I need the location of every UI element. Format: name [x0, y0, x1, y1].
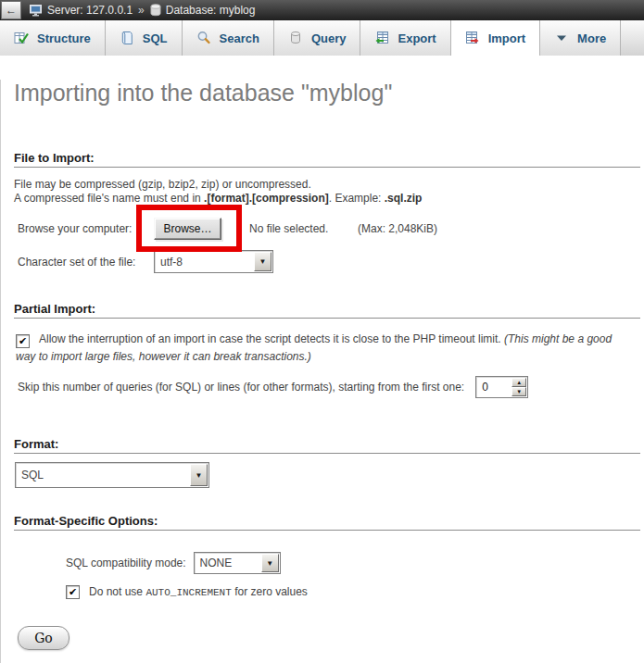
section-heading-partial-import: Partial Import:	[14, 302, 640, 319]
page-title: Importing into the database "myblog"	[14, 80, 644, 106]
sql-compatibility-label: SQL compatibility mode:	[66, 557, 186, 569]
breadcrumb-database-link[interactable]: Database: myblog	[166, 4, 256, 17]
tab-import[interactable]: Import	[451, 20, 540, 56]
format-select[interactable]: SQL ▼	[15, 462, 209, 488]
tabbar-filler	[621, 20, 644, 56]
skip-label: Skip this number of queries (for SQL) or…	[18, 381, 464, 394]
breadcrumb-server-link[interactable]: Server: 127.0.0.1	[47, 4, 133, 17]
tab-label: Query	[311, 31, 347, 45]
chevron-down-icon	[554, 31, 569, 45]
tab-label: Export	[398, 31, 436, 45]
breadcrumb-separator: »	[138, 4, 145, 17]
tab-export[interactable]: Export	[360, 20, 450, 56]
browse-row: Browse your computer: Browse… No file se…	[18, 217, 644, 240]
tab-label: Structure	[37, 31, 91, 45]
tab-more[interactable]: More	[540, 20, 621, 56]
search-icon	[196, 31, 211, 45]
spinner: ▲ ▼	[511, 378, 526, 396]
go-button[interactable]: Go	[18, 626, 69, 650]
import-icon	[465, 31, 480, 45]
sql-compatibility-row: SQL compatibility mode: NONE ▼	[66, 552, 644, 574]
tab-query[interactable]: Query	[274, 20, 361, 56]
tab-bar: Structure SQL Search	[0, 20, 644, 56]
tab-label: Search	[220, 31, 259, 45]
section-heading-file-to-import: File to Import:	[14, 151, 640, 168]
dropdown-arrow-icon[interactable]: ▼	[254, 252, 271, 271]
auto-increment-label: Do not use AUTO_INCREMENT for zero value…	[89, 585, 308, 598]
structure-icon	[14, 31, 29, 45]
sql-compatibility-select[interactable]: NONE ▼	[194, 552, 281, 574]
tab-label: More	[577, 31, 606, 45]
skip-row: Skip this number of queries (for SQL) or…	[18, 375, 644, 398]
dropdown-arrow-icon[interactable]: ▼	[261, 554, 279, 572]
charset-label: Character set of the file:	[18, 256, 154, 269]
compression-help-text: File may be compressed (gzip, bzip2, zip…	[14, 178, 640, 206]
auto-increment-checkbox[interactable]: ✔	[66, 585, 80, 599]
query-icon	[288, 31, 303, 45]
charset-select[interactable]: utf-8 ▼	[154, 250, 273, 273]
charset-row: Character set of the file: utf-8 ▼	[18, 250, 644, 273]
main-content: Importing into the database "myblog" Fil…	[0, 80, 644, 663]
auto-increment-row: ✔ Do not use AUTO_INCREMENT for zero val…	[66, 584, 644, 599]
tab-label: Import	[488, 31, 525, 45]
allow-interruption-text: ✔Allow the interruption of an import in …	[16, 331, 631, 366]
server-icon	[30, 5, 43, 17]
section-heading-format: Format:	[14, 437, 640, 454]
browse-label: Browse your computer:	[18, 222, 154, 235]
browse-button[interactable]: Browse…	[154, 218, 221, 240]
back-button[interactable]: ←	[1, 1, 21, 19]
sql-icon	[120, 31, 134, 45]
tab-label: SQL	[143, 31, 168, 45]
sql-compatibility-value: NONE	[195, 557, 260, 569]
max-size-text: (Max: 2,048KiB)	[358, 222, 437, 235]
section-heading-format-specific: Format-Specific Options:	[14, 514, 640, 531]
allow-interruption-checkbox[interactable]: ✔	[16, 334, 30, 348]
phpmyadmin-import-page: ← Server: 127.0.0.1 » Database: myblog	[0, 0, 644, 663]
charset-selected-value: utf-8	[155, 256, 253, 269]
spin-down-icon[interactable]: ▼	[511, 387, 526, 396]
database-icon	[150, 4, 161, 17]
tab-search[interactable]: Search	[183, 20, 274, 56]
dropdown-arrow-icon[interactable]: ▼	[190, 464, 208, 486]
format-selected-value: SQL	[16, 469, 189, 482]
breadcrumb: ← Server: 127.0.0.1 » Database: myblog	[0, 0, 644, 20]
skip-number-input[interactable]: 0 ▲ ▼	[475, 376, 528, 398]
spin-up-icon[interactable]: ▲	[511, 378, 526, 387]
no-file-selected-text: No file selected.	[249, 222, 358, 235]
export-icon	[374, 31, 389, 45]
skip-number-value: 0	[476, 377, 511, 397]
tab-sql[interactable]: SQL	[106, 20, 183, 56]
tab-structure[interactable]: Structure	[0, 20, 106, 56]
